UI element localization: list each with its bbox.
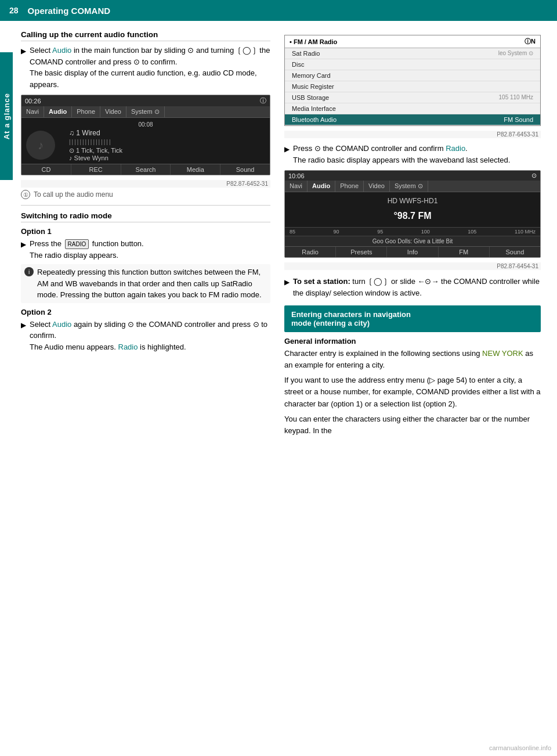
screen1-bottombar: CD REC Search Media Sound [21, 164, 270, 175]
screen2-btn-sound: Sound [490, 247, 540, 257]
screen2: 10:06 ⊙ Navi Audio Phone Video System ⊙ … [284, 170, 541, 258]
screen2-hd: HD WWFS-HD1 [290, 195, 536, 207]
menu-item-bt: Bluetooth Audio FM Sound [285, 114, 540, 125]
arrow-icon3: ▶ [21, 320, 26, 353]
freq-85: 85 [290, 229, 295, 235]
freq-110: 110 MHz [515, 229, 536, 235]
screen1-album-art: ♪ [26, 131, 55, 160]
note1-text: To call up the audio menu [34, 190, 113, 199]
audio-link2: Audio [52, 320, 71, 329]
screen2-topbar: 10:06 ⊙ [285, 171, 540, 181]
page-header: 28 Operating COMAND [0, 0, 557, 21]
screen1-btn-sound: Sound [220, 164, 270, 175]
screen2-bottombar: Radio Presets Info FM Sound [285, 246, 540, 257]
arrow-icon4: ▶ [284, 144, 290, 165]
menu-title: • FM / AM Radio [290, 38, 337, 45]
menu-item-musicreg: Music Register [285, 81, 540, 92]
screen1-content: ♪ ♫ 1 Wired |||||||||||||||| ⊙ 1 Tick, T… [26, 129, 265, 161]
general-info-para2: If you want to use the address entry men… [284, 375, 541, 409]
menu-info-icon: ⓘN [525, 37, 536, 46]
menu-item-usb-right: 105 110 MHz [499, 94, 533, 101]
option1-info-text: Repeatedly pressing this function button… [37, 267, 267, 301]
audio-link1: Audio [52, 46, 71, 55]
new-york-highlight: NEW YORK [482, 349, 523, 358]
screen1-topbar: 00:26 ⓘ [21, 95, 270, 106]
menu-item-disc: Disc [285, 59, 540, 70]
page-title: Operating COMAND [28, 6, 111, 16]
screen2-nav-video: Video [364, 181, 390, 192]
freq-90: 90 [334, 229, 339, 235]
radio-bullet: ▶ Press ⊙ the COMAND controller and conf… [284, 143, 541, 165]
screen2-nav-audio: Audio [308, 181, 335, 192]
screen1-navbar: Navi Audio Phone Video System ⊙ [21, 106, 270, 118]
screen1-btn-media: Media [171, 164, 220, 175]
menu-item-usb: USB Storage 105 110 MHz [285, 92, 540, 103]
screen1: 00:26 ⓘ Navi Audio Phone Video System ⊙ … [21, 95, 270, 175]
teal-box: Entering characters in navigation mode (… [284, 305, 541, 332]
radio-link2: Radio [446, 144, 465, 153]
screen1-artist: ♪ Steve Wynn [69, 154, 122, 161]
menu-item-usb-label: USB Storage [292, 94, 329, 101]
screen1-body: 00:08 ♪ ♫ 1 Wired |||||||||||||||| ⊙ 1 T… [21, 118, 270, 164]
watermark: carmanualsonline.info [489, 744, 551, 751]
general-info-heading: General information [284, 337, 541, 345]
screen2-song: Goo Goo Dolls: Give a Little Bit [285, 236, 540, 246]
option1-label: Option 1 [21, 227, 270, 236]
option1-bullet: ▶ Press the RADIO function button. The r… [21, 238, 270, 261]
arrow-icon2: ▶ [21, 239, 26, 261]
section1-bullet1-text: Select Audio in the main function bar by… [30, 45, 270, 90]
screen2-nav-system: System ⊙ [390, 181, 428, 192]
content-area: Calling up the current audio function ▶ … [0, 21, 557, 449]
screen1-tick: ⊙ 1 Tick, Tick, Tick [69, 147, 122, 154]
screen2-btn-presets: Presets [336, 247, 387, 257]
screen2-body: HD WWFS-HD1 °98.7 FM [285, 192, 540, 227]
screen2-btn-info: Info [387, 247, 438, 257]
option2-text: Select Audio again by sliding ⊙ the COMA… [30, 319, 270, 353]
freq-95: 95 [377, 229, 383, 235]
screen1-nav-phone: Phone [72, 106, 100, 117]
general-info-para1: Character entry is explained in the foll… [284, 348, 541, 371]
screen2-time: 10:06 [288, 172, 305, 179]
menu-item-satradio-right: leo System ⊙ [498, 50, 533, 57]
note1-num: ① [21, 190, 30, 199]
screen2-nav-navi: Navi [285, 181, 308, 192]
note1: ① To call up the audio menu [21, 190, 270, 199]
arrow-icon: ▶ [21, 46, 26, 90]
screen1-nav-navi: Navi [21, 106, 44, 117]
screen2-btn-radio: Radio [285, 247, 336, 257]
teal-box-line2: mode (entering a city) [291, 319, 534, 327]
option2-label: Option 2 [21, 308, 270, 316]
screen1-btn-search: Search [121, 164, 171, 175]
radio-bullet-text: Press ⊙ the COMAND controller and confir… [293, 143, 510, 165]
section1-heading: Calling up the current audio function [21, 30, 270, 41]
screen2-freq: °98.7 FM [290, 207, 536, 225]
set-station-bullet: ▶ To set a station: turn ❲◯❳ or slide ←⊙… [284, 276, 541, 298]
set-station-text: To set a station: turn ❲◯❳ or slide ←⊙→ … [293, 276, 541, 298]
screen1-ref: P82.87-6452-31 [21, 180, 270, 188]
screen2-btn-fm: FM [439, 247, 490, 257]
menu-item-memcard: Memory Card [285, 70, 540, 81]
menu-item-bt-label: Bluetooth Audio [292, 116, 337, 123]
page-number: 28 [9, 6, 19, 15]
screen1-nav-video: Video [100, 106, 126, 117]
option1-text: Press the RADIO function button. The rad… [30, 238, 144, 261]
option2-bullet: ▶ Select Audio again by sliding ⊙ the CO… [21, 319, 270, 353]
right-column: • FM / AM Radio ⓘN Sat Radio leo System … [284, 30, 541, 440]
screen1-time: 00:26 [25, 98, 41, 105]
freq-105: 105 [468, 229, 476, 235]
screen1-progress: |||||||||||||||| [69, 139, 122, 145]
menu-item-satradio: Sat Radio leo System ⊙ [285, 48, 540, 59]
info-icon: i [24, 267, 34, 276]
screen1-btn-cd: CD [21, 164, 71, 175]
section2-heading: Switching to radio mode [21, 211, 270, 222]
menu-screen: • FM / AM Radio ⓘN Sat Radio leo System … [284, 35, 541, 126]
screen2-ref: P82.87-6454-31 [284, 262, 541, 270]
side-tab-label: At a glance [2, 93, 11, 139]
menu-item-mediaint: Media Interface [285, 103, 540, 114]
divider1 [21, 205, 270, 206]
screen2-navbar: Navi Audio Phone Video System ⊙ [285, 181, 540, 192]
menu-title-bar: • FM / AM Radio ⓘN [285, 35, 540, 48]
side-tab: At a glance [0, 52, 13, 180]
screen2-icon: ⊙ [531, 172, 537, 179]
section1-bullet1: ▶ Select Audio in the main function bar … [21, 45, 270, 90]
